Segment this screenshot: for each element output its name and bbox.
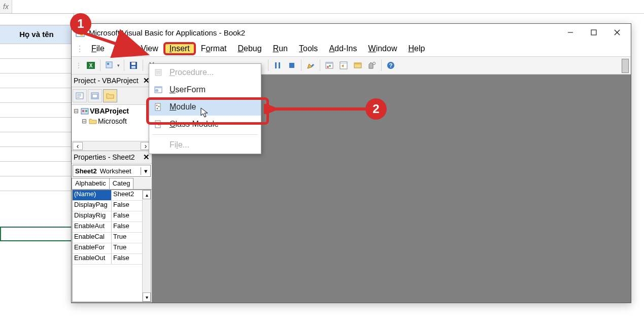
menu-help[interactable]: Help bbox=[402, 43, 430, 55]
menu-tools[interactable]: Tools bbox=[293, 43, 323, 55]
menu-view[interactable]: View bbox=[135, 43, 163, 55]
object-browser-icon[interactable] bbox=[351, 59, 364, 72]
insert-dropdown-arrow[interactable]: ▾ bbox=[116, 63, 121, 68]
toolbox-icon[interactable] bbox=[365, 59, 379, 72]
excel-cell[interactable] bbox=[0, 44, 74, 59]
properties-pane-title: Properties - Sheet2 ✕ bbox=[72, 151, 152, 164]
project-tree[interactable]: ⊟ VBAProject ⊟ Microsoft bbox=[72, 105, 152, 141]
menu-edit[interactable]: Edit bbox=[110, 43, 135, 55]
break-icon[interactable] bbox=[271, 59, 284, 72]
window-titlebar[interactable]: Microsoft Visual Basic for Applications … bbox=[72, 24, 631, 41]
menu-run[interactable]: Run bbox=[267, 43, 293, 55]
tree-root[interactable]: ⊟ VBAProject bbox=[73, 106, 151, 116]
project-hscroll[interactable]: ‹ › bbox=[72, 141, 152, 151]
help-icon[interactable]: ? bbox=[384, 59, 397, 72]
scroll-down-icon[interactable]: ▾ bbox=[143, 292, 151, 302]
property-value[interactable]: True bbox=[112, 243, 143, 253]
svg-rect-19 bbox=[279, 62, 280, 68]
svg-rect-28 bbox=[341, 63, 347, 64]
menu-window[interactable]: Window bbox=[363, 43, 403, 55]
property-row[interactable]: EnableCalTrue bbox=[73, 233, 143, 243]
properties-grid[interactable]: (Name)Sheet2DisplayPagFalseDisplayRigFal… bbox=[72, 190, 151, 302]
dropdown-arrow-icon[interactable]: ▾ bbox=[141, 167, 150, 175]
scroll-left-icon[interactable]: ‹ bbox=[73, 142, 83, 150]
svg-rect-10 bbox=[107, 63, 109, 65]
minimize-button[interactable] bbox=[559, 24, 582, 41]
menu-insert[interactable]: Insert bbox=[163, 42, 196, 55]
fx-label: fx bbox=[0, 0, 12, 13]
menu-debug[interactable]: Debug bbox=[232, 43, 267, 55]
excel-cell[interactable] bbox=[0, 88, 74, 103]
property-row[interactable]: EnableAutFalse bbox=[73, 222, 143, 233]
reset-icon[interactable] bbox=[285, 59, 298, 72]
menu-file[interactable]: File bbox=[86, 43, 110, 55]
property-value[interactable]: Sheet2 bbox=[112, 190, 143, 200]
menuitem-module[interactable]: Module bbox=[149, 98, 261, 116]
property-row[interactable]: DisplayPagFalse bbox=[73, 201, 143, 211]
excel-cell[interactable] bbox=[0, 103, 74, 118]
insert-dropdown-icon[interactable] bbox=[103, 59, 116, 72]
svg-rect-42 bbox=[85, 110, 87, 112]
svg-rect-48 bbox=[156, 90, 158, 91]
excel-cell[interactable] bbox=[0, 162, 74, 176]
property-row[interactable]: EnableOutFalse bbox=[73, 254, 143, 265]
svg-rect-47 bbox=[155, 87, 162, 88]
excel-cell[interactable] bbox=[0, 132, 74, 147]
excel-cell[interactable] bbox=[0, 176, 74, 191]
svg-point-51 bbox=[158, 106, 160, 107]
svg-rect-39 bbox=[92, 94, 97, 98]
property-name: (Name) bbox=[73, 190, 112, 200]
excel-cell[interactable] bbox=[0, 59, 74, 74]
menuitem-file[interactable]: File... bbox=[149, 136, 261, 154]
project-toolbar bbox=[72, 87, 152, 105]
property-value[interactable]: False bbox=[112, 201, 143, 211]
class-module-icon bbox=[153, 119, 163, 129]
toolbar-overflow[interactable] bbox=[622, 59, 629, 73]
design-mode-icon[interactable] bbox=[304, 59, 317, 72]
maximize-button[interactable] bbox=[582, 24, 605, 41]
svg-text:?: ? bbox=[389, 62, 393, 68]
excel-cell[interactable] bbox=[0, 118, 74, 132]
view-code-icon[interactable] bbox=[73, 89, 87, 102]
menuitem-class-module[interactable]: Class Module bbox=[149, 116, 261, 133]
menuitem-procedure[interactable]: Procedure... bbox=[149, 64, 261, 81]
menu-format[interactable]: Format bbox=[195, 43, 232, 55]
property-row[interactable]: (Name)Sheet2 bbox=[73, 190, 143, 201]
formula-input[interactable] bbox=[12, 0, 644, 13]
tab-categorized[interactable]: Categ bbox=[109, 178, 134, 189]
property-row[interactable]: EnableForTrue bbox=[73, 243, 143, 254]
menubar-grip: ⋮ bbox=[74, 44, 86, 54]
project-pane-title: Project - VBAProject ✕ bbox=[72, 75, 152, 87]
procedure-icon bbox=[153, 67, 163, 78]
view-excel-icon[interactable]: X bbox=[84, 59, 97, 72]
property-value[interactable]: False bbox=[112, 222, 143, 232]
property-value[interactable]: False bbox=[112, 254, 143, 264]
svg-rect-4 bbox=[591, 30, 596, 35]
callout-badge-2: 2 bbox=[365, 98, 387, 120]
svg-rect-13 bbox=[131, 66, 135, 68]
project-explorer-icon[interactable] bbox=[323, 59, 336, 72]
properties-window-icon[interactable] bbox=[337, 59, 350, 72]
properties-vscroll[interactable]: ▴ ▾ bbox=[142, 190, 151, 302]
excel-sheet-fragment: Họ và tên bbox=[0, 13, 74, 298]
scroll-up-icon[interactable]: ▴ bbox=[143, 190, 151, 199]
tree-folder[interactable]: ⊟ Microsoft bbox=[73, 116, 151, 126]
menuitem-userform[interactable]: UserForm bbox=[149, 81, 261, 98]
property-value[interactable]: True bbox=[112, 233, 143, 243]
tab-alphabetic[interactable]: Alphabetic bbox=[72, 178, 110, 189]
excel-selected-cell[interactable] bbox=[0, 227, 74, 241]
view-object-icon[interactable] bbox=[88, 89, 102, 102]
userform-icon bbox=[153, 85, 163, 95]
property-name: EnableOut bbox=[73, 254, 112, 264]
menu-addins[interactable]: Add-Ins bbox=[323, 43, 362, 55]
toggle-folders-icon[interactable] bbox=[103, 89, 117, 102]
property-row[interactable]: DisplayRigFalse bbox=[73, 211, 143, 222]
properties-object-selector[interactable]: Sheet2 Worksheet ▾ bbox=[73, 165, 151, 177]
excel-cell[interactable] bbox=[0, 74, 74, 88]
property-value[interactable]: False bbox=[112, 211, 143, 222]
excel-cell[interactable] bbox=[0, 147, 74, 162]
svg-point-55 bbox=[158, 124, 160, 126]
close-button[interactable] bbox=[605, 24, 629, 41]
save-icon[interactable] bbox=[127, 59, 140, 72]
excel-header-cell[interactable]: Họ và tên bbox=[0, 25, 74, 44]
